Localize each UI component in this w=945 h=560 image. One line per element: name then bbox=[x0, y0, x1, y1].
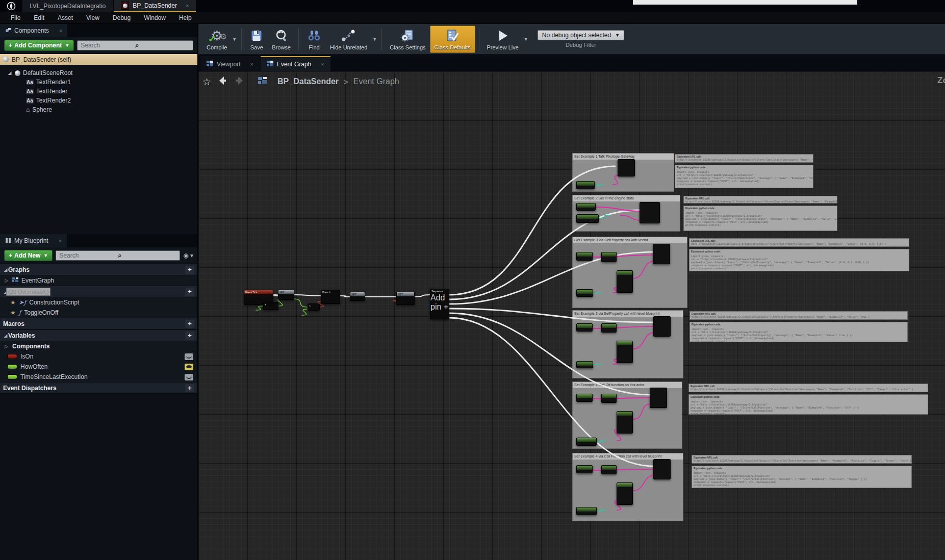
function-item-toggleonoff[interactable]: ★ƒToggleOnOff bbox=[0, 308, 197, 318]
expander-closed-icon[interactable]: ▷ bbox=[4, 278, 9, 283]
cluster5-fn-green-big-node[interactable] bbox=[617, 411, 633, 434]
variables-header[interactable]: ◢Variables+ bbox=[0, 329, 197, 341]
chain-branch-node[interactable]: Branch bbox=[321, 290, 340, 304]
breadcrumb-current[interactable]: Event Graph bbox=[353, 77, 399, 86]
expander-icon[interactable]: ◢ bbox=[3, 333, 8, 338]
menu-item-asset[interactable]: Asset bbox=[51, 12, 80, 23]
component-row-self[interactable]: BP_DataSender (self) bbox=[0, 54, 197, 65]
variables-group-components[interactable]: ▷Components bbox=[0, 341, 197, 351]
chevron-down-icon[interactable]: ▼ bbox=[524, 37, 528, 42]
doc-tab-viewport[interactable]: Viewport× bbox=[200, 56, 260, 71]
cluster4-mini-node[interactable] bbox=[198, 99, 210, 104]
cluster5-fn-green-node[interactable] bbox=[576, 438, 597, 446]
menu-item-window[interactable]: Window bbox=[137, 12, 172, 23]
tree-item-textrender1[interactable]: AaTextRender1 bbox=[0, 78, 197, 87]
tree-item-sphere[interactable]: ⌂Sphere bbox=[0, 105, 197, 114]
menu-item-debug[interactable]: Debug bbox=[106, 12, 137, 23]
add-component-button[interactable]: + Add Component ▼ bbox=[4, 40, 74, 51]
macros-header[interactable]: Macros+ bbox=[0, 318, 197, 329]
asset-tab-bp-datasender[interactable]: BP_DataSender× bbox=[114, 0, 196, 12]
favorite-star-icon[interactable]: ☆ bbox=[202, 76, 211, 88]
eye-open-icon[interactable] bbox=[185, 364, 193, 370]
cluster4-fn-green-node[interactable] bbox=[576, 323, 593, 332]
chain-+-node[interactable]: + bbox=[263, 302, 278, 310]
cluster6-fn-blue-node[interactable] bbox=[653, 459, 671, 479]
add-new-button[interactable]: + Add New ▼ bbox=[4, 250, 53, 261]
chevron-down-icon[interactable]: ▼ bbox=[232, 37, 237, 42]
function-item-constructionscript[interactable]: ★➤ƒConstructionScript bbox=[0, 297, 197, 308]
functions-header[interactable]: ◢Functions(20 Overridable)+ bbox=[0, 286, 197, 297]
cluster6-fn-green-big-node[interactable] bbox=[617, 482, 633, 505]
add-pin-label[interactable]: Add pin + bbox=[430, 293, 449, 312]
cluster6-mini-node[interactable] bbox=[198, 108, 210, 113]
class-settings-button[interactable]: Class Settings bbox=[386, 26, 429, 53]
cluster3-fn-green-node[interactable] bbox=[576, 252, 593, 261]
add-functions-header-button[interactable]: + bbox=[185, 288, 194, 296]
close-icon[interactable]: × bbox=[186, 3, 189, 9]
chain->-node[interactable]: > bbox=[308, 303, 320, 311]
breadcrumb-root[interactable]: BP_DataSender bbox=[277, 77, 339, 86]
compile-button[interactable]: ⚙⚙✓Compile bbox=[202, 26, 231, 53]
cluster3-fn-green-node[interactable] bbox=[601, 252, 617, 262]
preview-live-button[interactable]: Preview Live bbox=[483, 26, 523, 53]
close-icon[interactable]: × bbox=[59, 238, 62, 244]
debug-object-select[interactable]: No debug object selected▼ bbox=[538, 30, 624, 40]
save-button[interactable]: Save bbox=[245, 26, 268, 53]
tab-my-blueprint[interactable]: My Blueprint × bbox=[0, 234, 67, 247]
menu-item-view[interactable]: View bbox=[80, 12, 106, 23]
find-button[interactable]: Find bbox=[302, 26, 326, 53]
close-icon[interactable]: × bbox=[321, 61, 324, 67]
class-defaults-button[interactable]: Class Defaults bbox=[430, 26, 475, 53]
components-search-input[interactable]: Search ⌕ bbox=[77, 40, 193, 50]
cluster6-fn-green-node[interactable] bbox=[576, 465, 593, 473]
add-macros-header-button[interactable]: + bbox=[185, 320, 194, 328]
tab-components[interactable]: Components × bbox=[0, 24, 67, 37]
graphs-header[interactable]: ◢Graphs+ bbox=[0, 264, 197, 275]
eye-closed-icon[interactable] bbox=[185, 353, 193, 360]
variable-item-howoften[interactable]: HowOften bbox=[0, 362, 197, 372]
eye-closed-icon[interactable] bbox=[185, 374, 193, 380]
asset-tab-level[interactable]: LVL_PixotopeDataIntegratio bbox=[22, 0, 113, 12]
add-graphs-header-button[interactable]: + bbox=[185, 266, 194, 274]
tree-item-defaultsceneroot[interactable]: ◢DefaultSceneRoot bbox=[0, 68, 197, 78]
cluster6-fn-green-node[interactable] bbox=[601, 465, 617, 474]
add-event-dispatchers-header-button[interactable]: + bbox=[185, 384, 194, 392]
cluster4-fn-green-node[interactable] bbox=[576, 361, 593, 368]
hide-unrelated-button[interactable]: Hide Unrelated bbox=[326, 26, 371, 53]
cluster5-fn-blue-node[interactable] bbox=[650, 388, 667, 408]
graph-item-eventgraph[interactable]: ▷EventGraph bbox=[0, 275, 197, 286]
cluster5-mini-node[interactable] bbox=[198, 104, 210, 108]
cluster3-mini-node[interactable] bbox=[198, 94, 210, 99]
close-icon[interactable]: × bbox=[59, 28, 62, 34]
cluster3-fn-green-big-node[interactable] bbox=[617, 270, 633, 293]
event-graph-canvas[interactable]: Set Example 1 Talk Pixotope GatewayEquiv… bbox=[198, 71, 945, 560]
cluster5-fn-green-node[interactable] bbox=[601, 394, 617, 403]
cluster4-fn-green-node[interactable] bbox=[601, 323, 617, 333]
variable-item-timesincelastexecution[interactable]: TimeSinceLastExecution bbox=[0, 372, 197, 382]
chain-set-node[interactable]: SET bbox=[350, 292, 365, 301]
chain-set-node[interactable]: SET bbox=[278, 290, 294, 300]
cluster3-fn-green-node[interactable] bbox=[576, 289, 593, 297]
cluster4-fn-blue-node[interactable] bbox=[653, 316, 671, 337]
cluster2-fn-green-node[interactable] bbox=[576, 214, 599, 223]
menu-item-file[interactable]: File bbox=[4, 12, 27, 23]
cluster3-fn-blue-node[interactable] bbox=[653, 244, 670, 264]
cluster2-mini-node[interactable] bbox=[198, 90, 209, 94]
chain-set-node[interactable]: SET bbox=[396, 292, 415, 305]
cluster2-fn-blue-node[interactable] bbox=[640, 202, 660, 223]
close-icon[interactable]: × bbox=[250, 61, 253, 67]
cluster4-fn-green-big-node[interactable] bbox=[617, 341, 633, 363]
cluster6-fn-green-node[interactable] bbox=[576, 507, 597, 515]
menu-item-edit[interactable]: Edit bbox=[27, 12, 51, 23]
browse-button[interactable]: Browse bbox=[268, 26, 295, 53]
forward-arrow-icon[interactable] bbox=[234, 74, 246, 89]
expander-closed-icon[interactable]: ▷ bbox=[4, 344, 9, 349]
doc-tab-event-graph[interactable]: Event Graph× bbox=[261, 56, 330, 71]
my-blueprint-search-input[interactable]: Search ⌕ bbox=[56, 250, 180, 261]
event-dispatchers-header[interactable]: Event Dispatchers+ bbox=[0, 382, 197, 394]
back-arrow-icon[interactable] bbox=[216, 74, 228, 89]
chevron-down-icon[interactable]: ▼ bbox=[372, 37, 377, 42]
visibility-filter-eye-icon[interactable]: ◉ ▾ bbox=[183, 252, 193, 259]
expander-open-icon[interactable]: ◢ bbox=[7, 70, 12, 75]
tree-item-textrender2[interactable]: AaTextRender2 bbox=[0, 96, 197, 105]
